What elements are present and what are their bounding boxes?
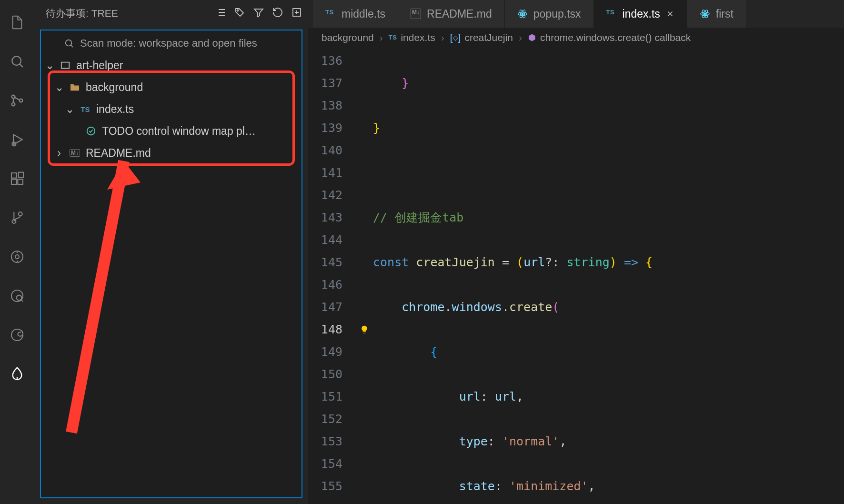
breadcrumb-seg[interactable]: background — [322, 32, 374, 43]
breadcrumb-seg[interactable]: creatJuejin — [464, 32, 513, 43]
filter-icon[interactable] — [253, 7, 264, 20]
tree-file-index[interactable]: ⌄ TS index.ts — [41, 98, 301, 120]
scan-mode-label: Scan mode: workspace and open files — [80, 37, 257, 50]
sidebar-header: 待办事项: TREE — [34, 0, 308, 27]
sidebar-title: 待办事项: TREE — [46, 7, 118, 20]
editor-area: TS middle.ts M↓ README.md popup.tsx TS i… — [308, 0, 844, 504]
markdown-file-icon: M↓ — [69, 149, 81, 157]
svg-rect-5 — [11, 173, 17, 178]
activity-scm-icon[interactable] — [6, 90, 27, 111]
activity-debug-icon[interactable] — [6, 129, 27, 150]
lightbulb-icon[interactable] — [356, 318, 373, 341]
view-list-icon[interactable] — [215, 7, 226, 20]
svg-point-10 — [19, 212, 22, 216]
tab-middle[interactable]: TS middle.ts — [313, 0, 398, 28]
tab-label: middle.ts — [342, 8, 385, 20]
tree-folder-background[interactable]: ⌄ background — [41, 76, 301, 98]
scan-mode-row[interactable]: Scan mode: workspace and open files — [41, 30, 301, 54]
todo-tree-panel: Scan mode: workspace and open files ⌄ ar… — [40, 30, 302, 498]
tree-todo-label: TODO control window map pl… — [102, 125, 256, 138]
breadcrumbs[interactable]: background › TS index.ts › [◇] creatJuej… — [308, 28, 844, 48]
tab-label: first — [716, 8, 733, 20]
refresh-icon[interactable] — [272, 7, 283, 20]
activity-explorer-icon[interactable] — [6, 12, 27, 33]
svg-rect-7 — [18, 179, 23, 184]
check-circle-icon — [85, 126, 97, 136]
chevron-right-icon: › — [380, 32, 383, 43]
code-editor[interactable]: 136 137 138 139 140 141 142 143 144 145 … — [308, 48, 844, 504]
tab-first[interactable]: first — [687, 0, 746, 28]
tab-label: popup.tsx — [533, 8, 581, 20]
tree-folder-label: background — [86, 81, 143, 94]
breadcrumb-seg[interactable]: index.ts — [401, 32, 435, 43]
svg-point-12 — [15, 255, 19, 259]
tab-label: README.md — [427, 8, 492, 20]
react-file-icon — [517, 9, 528, 19]
activity-gitlens-icon[interactable] — [6, 246, 27, 267]
sidebar: 待办事项: TREE Scan mode: workspace and open… — [34, 0, 308, 504]
react-file-icon — [700, 9, 710, 19]
svg-rect-8 — [19, 172, 24, 178]
tag-icon[interactable] — [234, 7, 245, 20]
tree-root[interactable]: ⌄ art-helper — [41, 54, 301, 76]
svg-point-25 — [704, 13, 706, 15]
svg-point-15 — [237, 10, 239, 11]
markdown-file-icon: M↓ — [411, 9, 421, 19]
symbol-method-icon — [528, 33, 536, 42]
activity-git-icon[interactable] — [6, 207, 27, 228]
chevron-down-icon: ⌄ — [45, 59, 54, 72]
code-content[interactable]: } } // 创建掘金tab const creatJuejin = (url?… — [373, 48, 844, 504]
svg-point-19 — [87, 127, 95, 135]
tree-readme-label: README.md — [86, 147, 151, 160]
breadcrumb-seg[interactable]: chrome.windows.create() callback — [540, 32, 691, 43]
expand-icon[interactable] — [291, 7, 302, 20]
chevron-right-icon: › — [54, 147, 64, 160]
activity-todo-tree-icon[interactable] — [6, 363, 27, 384]
activity-edge-icon[interactable] — [6, 324, 27, 345]
activity-remote-icon[interactable] — [6, 285, 27, 306]
sidebar-actions — [215, 7, 302, 20]
svg-point-17 — [66, 40, 72, 46]
project-icon — [59, 60, 71, 71]
tree-file-label: index.ts — [96, 103, 134, 116]
svg-rect-18 — [61, 62, 70, 69]
activity-extensions-icon[interactable] — [6, 168, 27, 189]
close-icon[interactable] — [666, 10, 674, 18]
folder-icon — [69, 83, 81, 91]
chevron-down-icon: ⌄ — [54, 81, 64, 94]
tab-readme[interactable]: M↓ README.md — [398, 0, 505, 28]
ts-file-icon: TS — [606, 9, 617, 19]
svg-point-14 — [17, 295, 22, 301]
tree-file-readme[interactable]: › M↓ README.md — [41, 142, 301, 164]
gutter: 136 137 138 139 140 141 142 143 144 145 … — [308, 48, 356, 504]
tab-popup[interactable]: popup.tsx — [505, 0, 594, 28]
svg-point-0 — [12, 56, 21, 65]
activity-search-icon[interactable] — [6, 51, 27, 72]
svg-point-21 — [522, 13, 523, 15]
chevron-down-icon: ⌄ — [65, 103, 74, 116]
glyph-margin — [356, 48, 373, 504]
svg-point-1 — [12, 95, 15, 99]
svg-point-2 — [12, 103, 15, 106]
tree: ⌄ art-helper ⌄ background ⌄ TS index.ts … — [41, 54, 301, 164]
symbol-variable-icon: [◇] — [450, 32, 461, 43]
tab-label: index.ts — [623, 8, 660, 20]
ts-file-icon: TS — [325, 9, 336, 19]
svg-rect-6 — [11, 179, 17, 184]
activity-bar — [0, 0, 34, 504]
ts-file-icon: TS — [79, 105, 91, 113]
search-icon — [64, 38, 74, 49]
chevron-right-icon: › — [519, 32, 522, 43]
tab-index-active[interactable]: TS index.ts — [594, 0, 687, 28]
tabs-row: TS middle.ts M↓ README.md popup.tsx TS i… — [308, 0, 844, 28]
tree-root-label: art-helper — [76, 59, 123, 72]
tree-todo-item[interactable]: TODO control window map pl… — [41, 120, 301, 142]
chevron-right-icon: › — [441, 32, 444, 43]
ts-file-icon: TS — [389, 34, 397, 41]
